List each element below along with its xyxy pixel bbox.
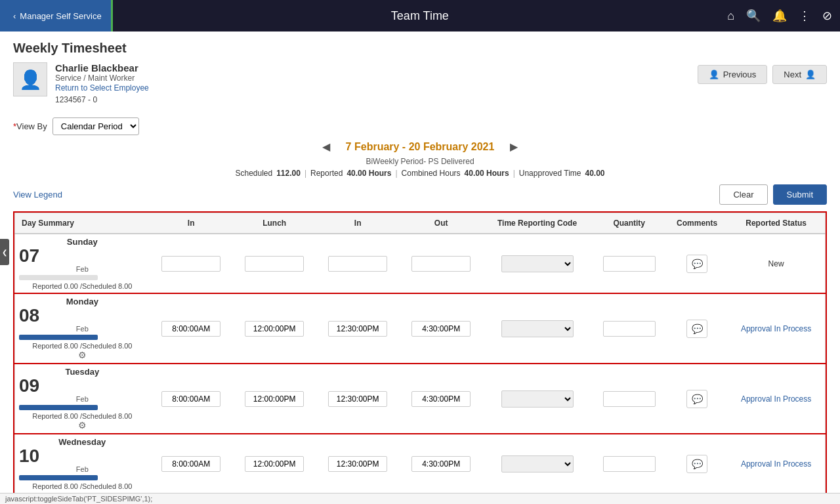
day-month: Feb	[19, 465, 146, 473]
in-input[interactable]	[161, 391, 220, 407]
day-cell: Sunday 07 Feb Reported 0.00 /Scheduled 8…	[15, 234, 150, 293]
return-to-select-link[interactable]: Return to Select Employee	[55, 83, 149, 93]
clear-button[interactable]: Clear	[719, 184, 767, 205]
in2-input[interactable]	[328, 456, 387, 472]
day-cell: Tuesday 09 Feb Reported 8.00 /Scheduled …	[15, 364, 150, 434]
previous-button[interactable]: 👤 Previous	[698, 65, 768, 84]
lunch-input[interactable]	[245, 256, 304, 272]
qty-input[interactable]	[603, 321, 656, 337]
home-icon[interactable]: ⌂	[727, 9, 734, 23]
status-badge: Approval In Process	[741, 459, 811, 469]
avatar-placeholder-icon: 👤	[19, 69, 42, 91]
in-input[interactable]	[161, 321, 220, 337]
nav-icon-group: ⌂ 🔍 🔔 ⋮ ⊘	[727, 9, 832, 23]
scheduled-value: 112.00	[276, 169, 301, 178]
next-button[interactable]: Next 👤	[772, 65, 827, 84]
col-out: Out	[400, 213, 483, 234]
next-date-arrow[interactable]: ▶	[505, 139, 523, 154]
lunch-input[interactable]	[245, 456, 304, 472]
bell-icon[interactable]: 🔔	[772, 9, 787, 23]
trc-select[interactable]	[501, 320, 574, 337]
col-trc: Time Reporting Code	[483, 213, 592, 234]
in2-input[interactable]	[328, 256, 387, 272]
lunch-cell	[233, 293, 316, 364]
in-input[interactable]	[161, 256, 220, 272]
table-row: Sunday 07 Feb Reported 0.00 /Scheduled 8…	[15, 234, 826, 293]
in2-cell	[316, 434, 400, 494]
qty-input[interactable]	[603, 256, 656, 272]
trc-select[interactable]	[501, 255, 574, 272]
lunch-input[interactable]	[245, 321, 304, 337]
back-arrow-icon: ‹	[13, 11, 16, 21]
unapproved-value: 40.00	[585, 169, 605, 178]
out-cell	[400, 293, 483, 364]
comment-button[interactable]: 💬	[686, 320, 707, 338]
top-navbar: ‹ Manager Self Service Team Time ⌂ 🔍 🔔 ⋮…	[0, 0, 840, 32]
out-input[interactable]	[411, 256, 471, 272]
in2-input[interactable]	[328, 391, 387, 407]
avatar: 👤	[13, 62, 47, 96]
progress-bar-container	[19, 335, 98, 340]
comment-button[interactable]: 💬	[686, 255, 707, 273]
combined-label: Combined Hours	[402, 169, 461, 178]
out-input[interactable]	[411, 456, 471, 472]
col-quantity: Quantity	[591, 213, 667, 234]
in2-cell	[316, 293, 400, 364]
status-cell: New	[727, 234, 825, 293]
lunch-input[interactable]	[245, 391, 304, 407]
gear-icon[interactable]: ⚙	[78, 420, 87, 430]
out-input[interactable]	[411, 391, 471, 407]
in-cell	[150, 434, 233, 494]
action-buttons: Clear Submit	[719, 184, 827, 205]
col-status: Reported Status	[727, 213, 825, 234]
main-content: Weekly Timesheet 👤 Charlie Blackbear Ser…	[0, 32, 840, 504]
table-row: Monday 08 Feb Reported 8.00 /Scheduled 8…	[15, 293, 826, 364]
status-bar: javascript:toggleSideTab('PT_SIDESPIMG',…	[0, 493, 840, 504]
out-input[interactable]	[411, 321, 471, 337]
trc-cell	[483, 434, 592, 494]
in-cell	[150, 293, 233, 364]
out-cell	[400, 364, 483, 434]
comment-button[interactable]: 💬	[686, 390, 707, 408]
more-icon[interactable]: ⋮	[799, 9, 810, 23]
next-person-icon: 👤	[805, 70, 816, 79]
prev-date-arrow[interactable]: ◀	[317, 139, 335, 154]
trc-select[interactable]	[501, 390, 574, 408]
in2-input[interactable]	[328, 321, 387, 337]
day-cell: Wednesday 10 Feb Reported 8.00 /Schedule…	[15, 434, 150, 494]
gear-icon[interactable]: ⚙	[78, 350, 87, 360]
trc-select[interactable]	[501, 455, 574, 472]
page-header-title: Team Time	[113, 9, 728, 23]
qty-cell	[591, 434, 667, 494]
page-title: Weekly Timesheet	[13, 41, 827, 56]
reported-text: Reported 8.00 /Scheduled 8.00	[19, 482, 146, 490]
search-icon[interactable]: 🔍	[746, 9, 761, 23]
progress-bar	[19, 335, 98, 340]
period-info: BiWeekly Period- PS Delivered	[13, 157, 827, 166]
back-nav[interactable]: ‹ Manager Self Service	[0, 0, 113, 32]
reported-text: Reported 0.00 /Scheduled 8.00	[19, 282, 146, 290]
in-input[interactable]	[161, 456, 220, 472]
side-tab[interactable]: ❮	[0, 239, 9, 265]
day-number: 09	[19, 377, 39, 395]
back-nav-label: Manager Self Service	[20, 11, 101, 21]
trc-cell	[483, 234, 592, 293]
lunch-cell	[233, 434, 316, 494]
qty-input[interactable]	[603, 391, 656, 407]
progress-bar-container	[19, 275, 98, 280]
status-badge: Approval In Process	[741, 394, 811, 404]
circle-slash-icon[interactable]: ⊘	[822, 9, 832, 23]
comment-button[interactable]: 💬	[686, 455, 707, 473]
in2-cell	[316, 234, 400, 293]
day-cell: Monday 08 Feb Reported 8.00 /Scheduled 8…	[15, 293, 150, 364]
status-badge: Approval In Process	[741, 324, 811, 333]
qty-input[interactable]	[603, 456, 656, 472]
day-number: 08	[19, 306, 39, 325]
view-by-row: *View By Calendar Period Week Day	[13, 117, 827, 135]
qty-cell	[591, 234, 667, 293]
view-by-select[interactable]: Calendar Period Week Day	[52, 117, 139, 135]
employee-info: Charlie Blackbear Service / Maint Worker…	[55, 62, 149, 104]
status-badge: New	[768, 259, 784, 268]
submit-button[interactable]: Submit	[773, 184, 827, 205]
view-legend-link[interactable]: View Legend	[13, 190, 62, 200]
